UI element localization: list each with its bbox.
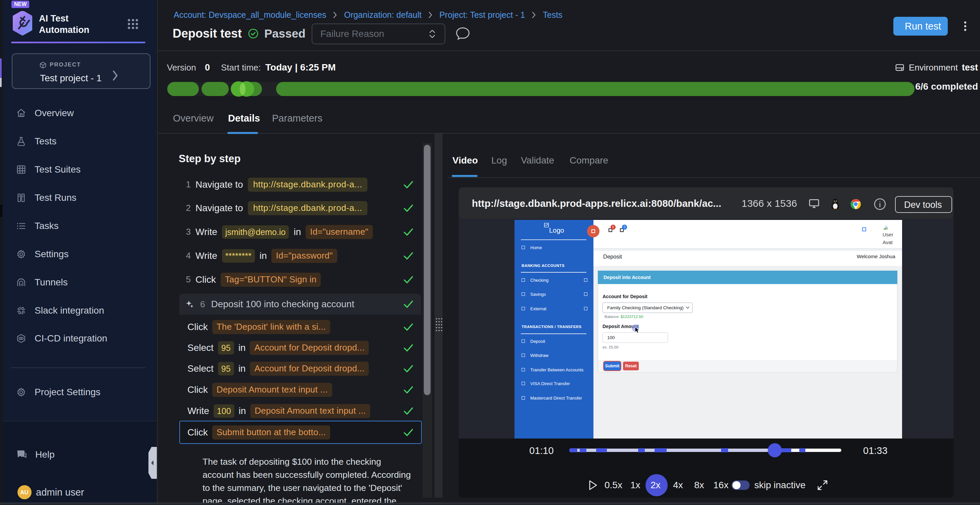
svg-text:?: ? — [19, 451, 22, 456]
